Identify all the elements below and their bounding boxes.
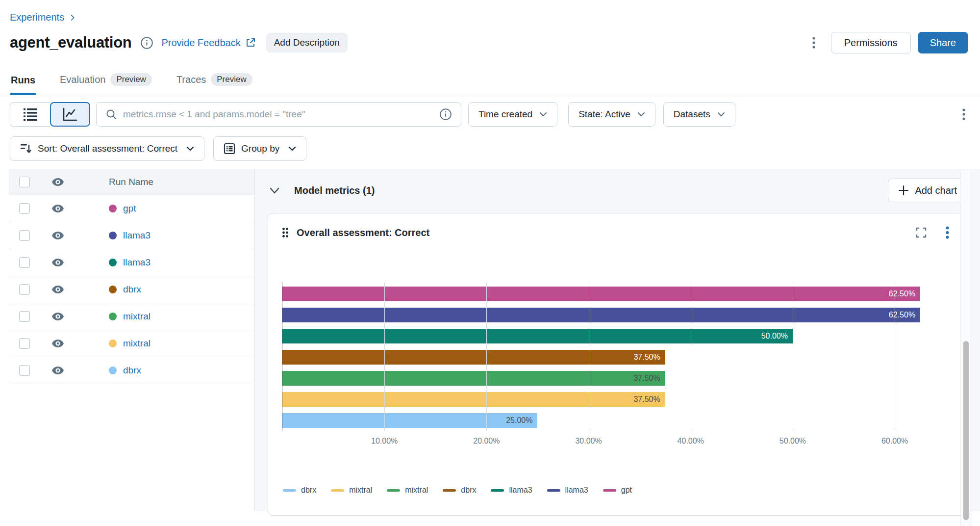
time-created-dropdown[interactable]: Time created [468,102,557,127]
add-chart-button[interactable]: Add chart [888,179,967,202]
scrollbar-thumb[interactable] [963,341,969,520]
row-checkbox[interactable] [19,311,30,322]
x-tick-label: 40.00% [678,437,704,446]
run-name-column-header: Run Name [109,177,153,187]
sort-dropdown[interactable]: Sort: Overall assessment: Correct [10,136,204,161]
legend-label: gpt [621,486,632,495]
drag-handle-icon[interactable] [282,227,289,238]
legend-item-mixtral[interactable]: mixtral [387,486,428,495]
share-button[interactable]: Share [918,32,968,53]
toolbar-kebab-menu[interactable] [957,105,970,124]
eye-icon[interactable] [51,204,64,213]
expand-chart-button[interactable] [913,225,929,240]
eye-icon[interactable] [51,258,64,267]
x-tick-label: 20.00% [473,437,500,446]
add-description-button[interactable]: Add Description [266,33,348,53]
preview-badge: Preview [211,73,252,86]
run-name-link[interactable]: gpt [123,203,136,214]
bar-dbrx[interactable]: 25.00% [282,413,537,428]
chart-legend: dbrxmixtralmixtraldbrxllama3llama3gpt [282,486,961,495]
row-checkbox[interactable] [19,257,30,268]
bar-gpt[interactable]: 62.50% [282,287,920,301]
table-row: dbrx [9,357,254,384]
bars: 62.50%62.50%50.00%37.50%37.50%37.50%25.0… [282,282,956,428]
provide-feedback-link[interactable]: Provide Feedback [161,37,256,49]
tab-runs[interactable]: Runs [10,75,36,95]
gridline [589,282,589,431]
bar-value-label: 37.50% [633,353,660,362]
x-tick-label: 10.00% [371,437,398,446]
header-kebab-menu[interactable] [807,33,820,52]
run-name-link[interactable]: llama3 [123,257,151,268]
bar-value-label: 37.50% [633,395,660,404]
bar-dbrx[interactable]: 37.50% [282,350,665,365]
eye-icon[interactable] [51,366,64,375]
run-color-dot [109,340,117,347]
x-tick-label: 50.00% [779,437,806,446]
gridline [691,282,691,431]
run-name-link[interactable]: dbrx [123,365,141,376]
legend-item-dbrx[interactable]: dbrx [283,486,316,495]
table-row: mixtral [9,330,254,357]
chevron-down-icon [637,112,645,117]
breadcrumb-experiments-link[interactable]: Experiments [10,12,64,23]
chart-view-toggle[interactable] [50,102,90,127]
row-checkbox[interactable] [19,284,30,295]
runs-toolbar: Time created State: Active Datasets [10,102,970,127]
legend-swatch [331,489,344,492]
run-rows: gptllama3llama3dbrxmixtralmixtraldbrx [9,195,254,384]
model-metrics-section-header: Model metrics (1) Add chart [268,179,967,202]
search-input[interactable] [123,109,433,120]
chevron-down-icon [288,146,296,151]
bar-mixtral[interactable]: 37.50% [282,392,665,407]
run-color-dot [109,313,117,320]
bar-llama3[interactable]: 50.00% [282,329,793,343]
group-by-dropdown[interactable]: Group by [213,136,306,161]
permissions-button[interactable]: Permissions [831,32,911,53]
bar-chart: 62.50%62.50%50.00%37.50%37.50%37.50%25.0… [282,282,956,431]
row-checkbox[interactable] [19,365,30,376]
eye-icon[interactable] [51,339,64,348]
legend-swatch [547,489,560,492]
legend-label: dbrx [461,486,476,495]
plot-area: 62.50%62.50%50.00%37.50%37.50%37.50%25.0… [282,282,956,431]
row-checkbox[interactable] [19,230,30,241]
breadcrumb: Experiments [0,0,980,23]
search-info-icon[interactable] [439,108,452,121]
run-name-link[interactable]: mixtral [123,311,151,322]
visibility-all-eye-icon[interactable] [51,178,64,186]
tab-traces[interactable]: Traces Preview [176,73,253,95]
bar-mixtral[interactable]: 37.50% [282,371,665,386]
group-by-label: Group by [241,143,279,154]
row-checkbox[interactable] [19,338,30,349]
section-collapse-chevron-icon[interactable] [268,185,281,196]
fullscreen-icon [915,227,927,238]
run-name-link[interactable]: mixtral [123,338,151,349]
eye-icon[interactable] [51,312,64,321]
time-created-label: Time created [478,109,532,120]
eye-icon[interactable] [51,231,64,240]
legend-item-mixtral[interactable]: mixtral [331,486,372,495]
run-name-link[interactable]: dbrx [123,284,141,295]
legend-item-dbrx[interactable]: dbrx [443,486,476,495]
tab-evaluation[interactable]: Evaluation Preview [59,73,153,95]
row-checkbox[interactable] [19,203,30,214]
search-icon [105,108,117,120]
bar-llama3[interactable]: 62.50% [282,308,920,322]
run-name-link[interactable]: llama3 [123,230,151,241]
sort-icon [20,143,32,154]
legend-swatch [491,489,504,492]
run-table: Run Name gptllama3llama3dbrxmixtralmixtr… [9,169,255,511]
legend-item-llama3[interactable]: llama3 [547,486,588,495]
add-chart-label: Add chart [915,185,957,196]
datasets-dropdown[interactable]: Datasets [663,102,735,127]
state-filter-dropdown[interactable]: State: Active [568,102,655,127]
list-view-toggle[interactable] [10,102,50,127]
chart-kebab-menu[interactable] [944,224,951,241]
experiment-info-icon[interactable] [140,36,153,50]
select-all-checkbox[interactable] [19,177,30,187]
legend-item-llama3[interactable]: llama3 [491,486,532,495]
eye-icon[interactable] [51,285,64,294]
legend-item-gpt[interactable]: gpt [603,486,632,495]
datasets-label: Datasets [674,109,710,120]
